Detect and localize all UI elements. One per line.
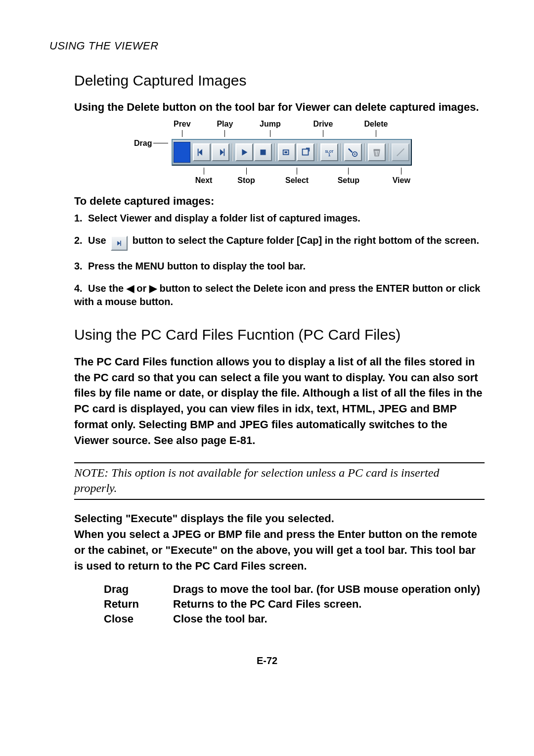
toolbar-diagram: Prev Play Jump Drive Delete (134, 120, 485, 185)
label-view: View (390, 176, 412, 185)
svg-rect-19 (121, 240, 122, 246)
steps-list: 1.Select Viewer and display a folder lis… (74, 212, 485, 309)
label-jump: Jump (257, 120, 283, 129)
note-text: NOTE: This option is not available for s… (74, 465, 485, 496)
label-stop: Stop (235, 176, 258, 185)
after-note-body: Selecting "Execute" displays the file yo… (74, 511, 485, 574)
select-button (297, 143, 314, 161)
dl-row-return: Return Returns to the PC Card Files scre… (104, 598, 485, 611)
svg-marker-4 (242, 149, 248, 155)
prev-button (193, 143, 211, 161)
svg-marker-0 (199, 149, 202, 155)
svg-rect-5 (261, 149, 266, 155)
definition-list: Drag Drags to move the tool bar. (for US… (104, 583, 485, 625)
pc-card-body: The PC Card Files function allows you to… (74, 354, 485, 448)
next-icon (111, 236, 128, 251)
label-play: Play (215, 120, 235, 129)
heading-deleting-captured-images: Deleting Captured Images (74, 72, 485, 89)
svg-marker-2 (221, 149, 224, 155)
svg-rect-14 (374, 149, 380, 150)
step-3: 3.Press the MENU button to display the t… (74, 260, 485, 273)
play-button (235, 143, 253, 161)
stop-button (254, 143, 272, 161)
svg-line-17 (397, 148, 404, 156)
view-button (392, 143, 409, 161)
page-number: E-72 (49, 655, 485, 667)
jump-button (278, 143, 296, 161)
dl-row-drag: Drag Drags to move the tool bar. (for US… (104, 583, 485, 596)
label-select: Select (283, 176, 311, 185)
running-head: USING THE VIEWER (49, 40, 485, 52)
viewer-toolbar: SLOT1 (172, 139, 412, 166)
label-delete: Delete (362, 120, 390, 129)
rule-bottom (74, 499, 485, 500)
rule-top (74, 462, 485, 463)
drag-handle-icon (174, 142, 190, 163)
label-next: Next (193, 176, 215, 185)
step-4: 4.Use the ◀ or ▶ button to select the De… (74, 282, 485, 309)
dl-row-close: Close Close the tool bar. (104, 613, 485, 625)
delete-button (368, 143, 386, 161)
drive-button: SLOT1 (320, 143, 338, 161)
svg-point-13 (355, 153, 356, 155)
step-2: 2.Use button to select the Capture folde… (74, 234, 485, 251)
svg-rect-3 (224, 148, 225, 156)
svg-text:1: 1 (328, 153, 331, 157)
subhead-to-delete: To delete captured images: (74, 195, 485, 208)
label-drive: Drive (311, 120, 335, 129)
label-prev: Prev (171, 120, 193, 129)
svg-rect-1 (198, 148, 199, 156)
svg-rect-7 (285, 151, 288, 153)
next-button (212, 143, 229, 161)
svg-marker-11 (348, 148, 353, 152)
svg-rect-8 (303, 149, 309, 155)
setup-button (344, 143, 362, 161)
step-1: 1.Select Viewer and display a folder lis… (74, 212, 485, 225)
heading-pc-card-files: Using the PC Card Files Fucntion (PC Car… (74, 326, 485, 343)
intro-paragraph: Using the Delete button on the tool bar … (74, 100, 485, 115)
label-drag: Drag (134, 138, 171, 148)
svg-marker-18 (118, 241, 121, 245)
label-setup: Setup (335, 176, 362, 185)
